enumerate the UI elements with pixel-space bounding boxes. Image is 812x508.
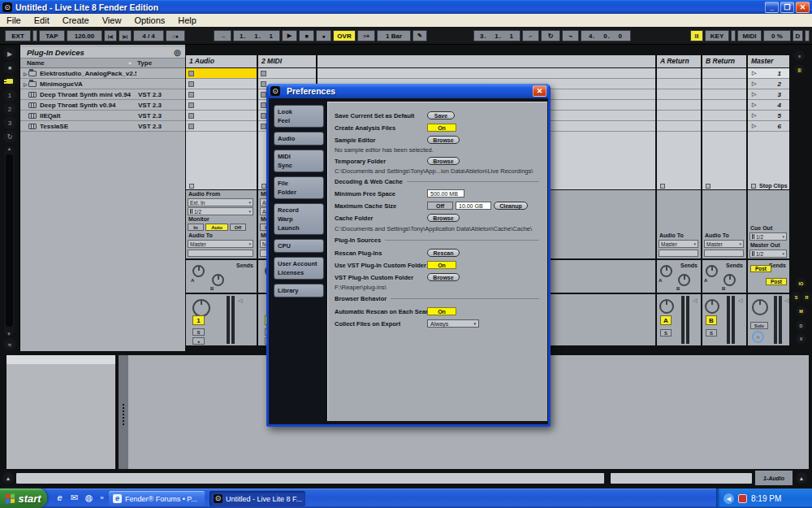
nudge-down-button[interactable]: |◂| bbox=[104, 30, 117, 41]
menu-item[interactable]: View bbox=[96, 15, 128, 25]
show-crossfader-toggle[interactable]: X bbox=[796, 333, 806, 344]
clip-slot[interactable] bbox=[258, 68, 316, 79]
scrollbar-thumb[interactable] bbox=[6, 154, 13, 327]
browser-item[interactable]: ▷ Deep Throat Synth mini v0.94 VST 2.3 bbox=[20, 89, 185, 100]
track-stop-row[interactable] bbox=[186, 182, 257, 189]
send-b-knob[interactable] bbox=[212, 274, 224, 286]
arrangement-position-field[interactable]: 1. 1. 1 bbox=[233, 30, 280, 41]
close-button[interactable]: ✕ bbox=[796, 2, 810, 13]
browser-column-header[interactable]: Name ▲ Type bbox=[20, 59, 185, 68]
output-chooser[interactable]: Master▾ bbox=[659, 240, 698, 248]
output-channel-box[interactable] bbox=[659, 250, 698, 257]
track-activator-1[interactable]: 1 bbox=[192, 315, 205, 325]
clip-stop-icon[interactable] bbox=[188, 92, 194, 98]
hotswap-target-icon[interactable]: ◎ bbox=[174, 48, 181, 57]
post-b-button[interactable]: Post bbox=[766, 278, 787, 285]
quantization-menu[interactable]: 1 Bar bbox=[377, 30, 411, 41]
file-browser-2-icon[interactable]: 2 bbox=[3, 102, 16, 115]
monitor-off-button[interactable]: Off bbox=[230, 224, 246, 231]
disk-spinner[interactable] bbox=[805, 30, 810, 41]
expand-arrow-icon[interactable]: ▷ bbox=[20, 81, 28, 87]
tap-tempo-button[interactable]: TAP bbox=[39, 30, 65, 41]
clip-slot[interactable] bbox=[186, 100, 257, 111]
sample-editor-browse-button[interactable]: Browse bbox=[427, 136, 460, 144]
stop-all-icon[interactable] bbox=[751, 184, 756, 189]
vst-folder-browse-button[interactable]: Browse bbox=[427, 273, 460, 281]
send-b-knob[interactable] bbox=[678, 274, 690, 286]
preferences-tab[interactable]: CPU bbox=[274, 239, 324, 253]
max-cache-size-input[interactable]: 10.00 GB bbox=[456, 202, 491, 210]
master-out-chooser[interactable]: 1/2▾ bbox=[749, 250, 787, 258]
key-spinner[interactable] bbox=[731, 30, 736, 41]
menu-item[interactable]: Create bbox=[56, 15, 96, 25]
send-a-knob[interactable] bbox=[660, 265, 672, 277]
scene-launch-icon[interactable]: ▷ bbox=[752, 112, 756, 119]
scene-row[interactable]: ▷ 5 bbox=[748, 111, 789, 121]
tray-chevron-icon[interactable]: ◀ bbox=[723, 493, 734, 504]
ext-sync-button[interactable]: EXT bbox=[5, 30, 31, 41]
restore-button[interactable]: ❐ bbox=[780, 2, 794, 13]
punch-out-button[interactable]: ¬ bbox=[562, 30, 579, 41]
metronome-button[interactable]: ○● bbox=[166, 30, 185, 41]
key-map-button[interactable]: KEY bbox=[705, 30, 729, 41]
track-header-a-return[interactable]: A Return bbox=[657, 55, 701, 67]
create-analysis-toggle[interactable]: On bbox=[427, 124, 456, 132]
clip-stop-icon[interactable] bbox=[261, 113, 266, 119]
arm-button[interactable]: ● bbox=[192, 337, 205, 345]
save-button[interactable]: Save bbox=[427, 111, 455, 119]
collect-files-select[interactable]: Always▾ bbox=[427, 319, 479, 328]
clip-stop-icon[interactable] bbox=[188, 113, 194, 119]
expand-arrow-icon[interactable]: ▷ bbox=[20, 71, 28, 76]
browser-item[interactable]: ▷ MinimogueVA bbox=[20, 79, 185, 89]
clock[interactable]: 8:19 PM bbox=[751, 494, 781, 503]
return-activator-b[interactable]: B bbox=[706, 315, 717, 325]
browser-item[interactable]: ▷ Deep Throat Synth v0.94 VST 2.3 bbox=[20, 100, 185, 111]
track-stop-row[interactable] bbox=[702, 182, 746, 189]
preferences-tab[interactable]: Look Feel bbox=[274, 105, 324, 128]
browser-item[interactable]: ▷ IIEQalt VST 2.3 bbox=[20, 111, 185, 121]
nudge-up-button[interactable]: |▸| bbox=[119, 30, 132, 41]
scene-launch-icon[interactable]: ▷ bbox=[752, 102, 756, 108]
show-io-toggle[interactable]: IO bbox=[796, 278, 806, 289]
track-header-1audio[interactable]: 1 Audio bbox=[186, 55, 257, 67]
computer-midi-keyboard-icon[interactable]: ||| bbox=[690, 30, 703, 41]
peak-indicator-icon[interactable]: ◁ bbox=[693, 297, 697, 304]
solo-button[interactable]: S bbox=[660, 329, 672, 336]
clip-stop-icon[interactable] bbox=[261, 102, 266, 108]
preferences-tab[interactable]: File Folder bbox=[274, 176, 324, 199]
loop-length-field[interactable]: 4. 0. 0 bbox=[581, 30, 631, 41]
menu-item[interactable]: Edit bbox=[28, 15, 56, 25]
send-a-knob[interactable] bbox=[706, 265, 718, 277]
return-activator-a[interactable]: A bbox=[660, 315, 672, 325]
scene-row[interactable]: ▷ 3 bbox=[748, 89, 789, 100]
auto-rescan-toggle[interactable]: On bbox=[427, 307, 456, 315]
show-returns-toggle[interactable]: R bbox=[801, 292, 812, 302]
cache-folder-browse-button[interactable]: Browse bbox=[427, 214, 460, 222]
clip-stop-icon[interactable] bbox=[188, 124, 194, 129]
show-mixer-toggle[interactable]: M bbox=[796, 306, 806, 316]
rescan-button[interactable]: Rescan bbox=[427, 249, 460, 257]
clip-slot[interactable] bbox=[186, 121, 257, 132]
scene-launch-icon[interactable]: ▷ bbox=[752, 70, 756, 76]
clip-slot-selected[interactable] bbox=[186, 68, 257, 79]
show-info-toggle-icon[interactable]: ▲ bbox=[2, 472, 14, 484]
scene-row[interactable]: ▷ 1 bbox=[748, 68, 789, 79]
hotswap-wave-icon[interactable]: ≈ bbox=[3, 338, 16, 351]
ext-spinner[interactable] bbox=[32, 30, 37, 41]
detail-view-track-tab[interactable]: 1-Audio bbox=[755, 471, 793, 485]
peak-indicator-icon[interactable]: ◁ bbox=[238, 297, 242, 304]
back-to-arrangement-button[interactable]: ≡+ bbox=[357, 30, 375, 41]
browser-quicklaunch-icon[interactable]: ◍ bbox=[83, 492, 95, 504]
preferences-tab[interactable]: MIDI Sync bbox=[274, 150, 324, 172]
cue-out-chooser[interactable]: 1/2▾ bbox=[749, 232, 787, 241]
cleanup-button[interactable]: Cleanup bbox=[494, 202, 528, 210]
browser-scrollbar[interactable]: ▲ ▼ bbox=[4, 146, 15, 336]
show-sends-toggle[interactable]: S bbox=[791, 292, 801, 302]
output-channel-box[interactable] bbox=[704, 250, 744, 257]
volume-knob[interactable] bbox=[659, 299, 674, 314]
minimize-button[interactable]: _ bbox=[765, 2, 779, 13]
hotswap-refresh-icon[interactable]: ↻ bbox=[3, 130, 16, 143]
clip-slot[interactable] bbox=[186, 89, 257, 100]
peak-indicator-icon[interactable]: ◁ bbox=[738, 297, 742, 304]
column-type[interactable]: Type bbox=[137, 59, 152, 67]
